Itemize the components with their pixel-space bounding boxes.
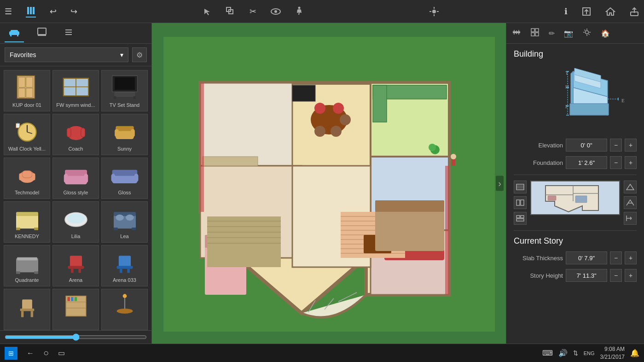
list-item[interactable] — [4, 289, 50, 330]
story-height-value[interactable]: 7' 11.3" — [566, 269, 607, 282]
list-item[interactable]: KENNEDY — [4, 201, 50, 243]
list-item[interactable]: Quadrante — [4, 245, 50, 286]
items-grid: KUP door 01 FW symm wind... TV Set Stand — [0, 66, 151, 330]
volume-icon[interactable]: 🔊 — [558, 349, 568, 357]
slab-thickness-row: Slab Thickness 0' 7.9" − + — [514, 251, 637, 264]
settings-button[interactable]: ⚙ — [132, 47, 147, 62]
library-icon[interactable] — [26, 6, 36, 18]
list-item[interactable]: Lilia — [52, 201, 99, 243]
svg-rect-190 — [516, 219, 524, 221]
list-item[interactable]: FW symm wind... — [52, 70, 99, 111]
foundation-row: Foundation 1' 2.6" − + — [514, 156, 637, 169]
scissors-icon[interactable]: ✂ — [249, 6, 256, 17]
export-icon[interactable] — [581, 6, 592, 17]
list-item[interactable]: Arena 033 — [101, 245, 148, 286]
elevation-decrease[interactable]: − — [610, 139, 622, 152]
measure-tool-icon[interactable] — [510, 26, 523, 41]
svg-rect-52 — [32, 173, 35, 180]
list-item[interactable]: Lea — [101, 201, 148, 243]
size-slider[interactable] — [5, 333, 147, 341]
elevation-increase[interactable]: + — [625, 139, 637, 152]
windows-start-button[interactable]: ⊞ — [5, 347, 17, 360]
floor-plan[interactable] — [163, 37, 495, 332]
network-icon[interactable]: ⇅ — [573, 350, 578, 356]
pencil-tool-icon[interactable]: ✏ — [547, 27, 557, 40]
svg-point-66 — [67, 214, 85, 224]
foundation-decrease[interactable]: − — [610, 156, 622, 169]
list-item[interactable] — [101, 289, 148, 330]
svg-rect-56 — [84, 174, 88, 183]
info-icon[interactable]: ℹ — [564, 6, 568, 17]
view-angle-2[interactable] — [624, 196, 637, 209]
tab-edit[interactable] — [33, 25, 51, 42]
svg-rect-27 — [18, 88, 25, 98]
notification-icon[interactable]: 🔔 — [630, 349, 639, 357]
list-item[interactable]: Sunny — [101, 114, 148, 155]
keyboard-icon[interactable]: ⌨ — [542, 349, 553, 357]
elevation-value[interactable]: 0' 0" — [566, 139, 607, 152]
menu-icon[interactable]: ☰ — [5, 6, 12, 17]
list-item[interactable]: Techmodel — [4, 158, 50, 199]
language-icon[interactable]: ENG — [584, 350, 595, 356]
view-mode-1[interactable] — [514, 181, 527, 193]
item-label: Lilia — [71, 234, 81, 239]
list-item[interactable]: Gloss style — [52, 158, 99, 199]
duplicate-icon[interactable] — [226, 6, 236, 17]
slab-increase[interactable]: + — [625, 251, 637, 264]
sun-tool-icon[interactable] — [580, 26, 593, 41]
slab-thickness-value[interactable]: 0' 7.9" — [566, 251, 607, 264]
list-item[interactable]: Arena — [52, 245, 99, 286]
svg-rect-143 — [200, 83, 204, 212]
view-angle-3[interactable] — [624, 212, 637, 225]
view-mode-3[interactable] — [514, 212, 527, 225]
svg-rect-47 — [115, 129, 119, 137]
foundation-increase[interactable]: + — [625, 156, 637, 169]
svg-rect-92 — [67, 297, 70, 301]
sun-icon[interactable] — [429, 6, 439, 17]
expand-arrow[interactable]: › — [496, 176, 504, 191]
home-circle-button[interactable]: ○ — [43, 348, 49, 358]
svg-rect-158 — [535, 33, 539, 36]
svg-rect-93 — [71, 297, 73, 301]
eye-icon[interactable] — [270, 8, 281, 15]
tab-list[interactable] — [60, 25, 77, 42]
select-icon[interactable] — [203, 7, 212, 16]
redo-icon[interactable]: ↪ — [70, 6, 77, 17]
home-icon[interactable] — [605, 6, 615, 17]
list-item[interactable]: TV Set Stand — [101, 70, 148, 111]
svg-rect-18 — [17, 35, 18, 36]
view-angle-1[interactable] — [624, 181, 637, 193]
undo-icon[interactable]: ↩ — [50, 6, 57, 17]
mini-floor-plan[interactable] — [530, 181, 620, 215]
story-height-decrease[interactable]: − — [610, 269, 622, 282]
list-item[interactable]: Gloss — [101, 158, 148, 199]
left-panel: Favorites ▾ ⚙ KUP door 01 FW symm wind..… — [0, 23, 152, 344]
walk-icon[interactable] — [295, 6, 303, 17]
view-mode-2[interactable] — [514, 196, 527, 209]
grid-tool-icon[interactable] — [528, 26, 541, 41]
tab-furniture[interactable] — [5, 24, 24, 42]
list-item[interactable] — [52, 289, 99, 330]
view-mode-buttons — [514, 181, 527, 225]
share-icon[interactable] — [629, 6, 639, 17]
list-item[interactable]: Coach — [52, 114, 99, 155]
item-preview — [60, 73, 92, 101]
multitask-button[interactable]: ▭ — [58, 349, 65, 357]
home3-icon[interactable]: 🏠 — [599, 27, 612, 40]
list-item[interactable]: 📋 Wall Clock Yell... — [4, 114, 50, 155]
slab-decrease[interactable]: − — [610, 251, 622, 264]
foundation-value[interactable]: 1' 2.6" — [566, 156, 607, 169]
item-preview — [60, 204, 92, 232]
svg-rect-59 — [111, 174, 115, 181]
favorites-dropdown[interactable]: Favorites ▾ — [5, 47, 128, 62]
list-item[interactable]: KUP door 01 — [4, 70, 50, 111]
camera-tool-icon[interactable]: 📷 — [562, 27, 575, 40]
svg-rect-62 — [16, 212, 38, 216]
clock-date: 3/21/2017 — [600, 353, 625, 361]
svg-rect-82 — [116, 266, 133, 269]
top-toolbar: ☰ ↩ ↪ ✂ ℹ — [0, 0, 644, 23]
item-preview — [109, 248, 141, 276]
divider2 — [514, 230, 637, 231]
back-button[interactable]: ← — [27, 349, 34, 357]
story-height-increase[interactable]: + — [625, 269, 637, 282]
